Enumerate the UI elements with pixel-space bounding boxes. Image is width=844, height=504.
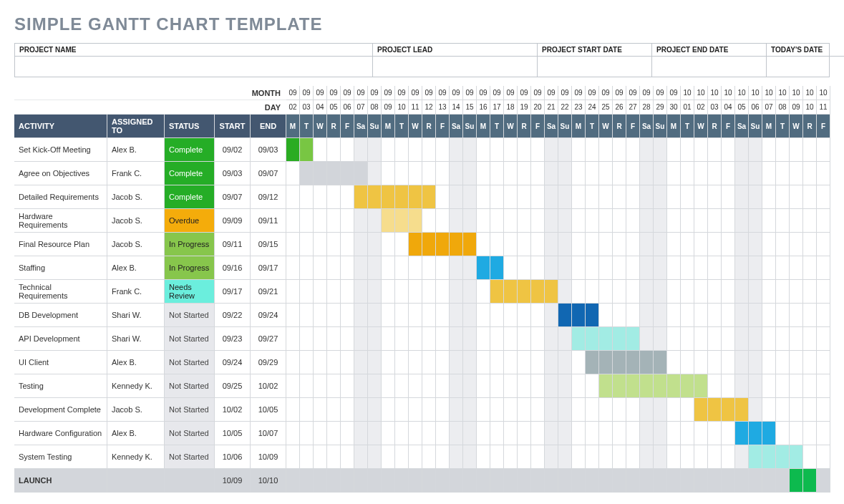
gantt-cell	[572, 138, 586, 162]
dow-header-cell: R	[518, 115, 531, 138]
gantt-cell	[463, 304, 477, 327]
gantt-cell	[450, 233, 463, 256]
dow-header-cell: Sa	[450, 115, 463, 138]
gantt-cell	[490, 162, 504, 185]
gantt-cell	[436, 162, 450, 185]
day-header-cell: 12	[422, 100, 436, 115]
gantt-cell	[681, 209, 694, 233]
project-field-value[interactable]	[373, 57, 538, 77]
gantt-cell	[762, 469, 776, 493]
dow-header-cell: F	[531, 115, 545, 138]
gantt-cell	[477, 304, 490, 327]
gantt-cell	[490, 209, 504, 233]
task-status-cell: Not Started	[165, 445, 215, 469]
gantt-cell	[286, 422, 300, 445]
project-field-value[interactable]	[538, 57, 652, 77]
gantt-cell	[722, 233, 735, 256]
gantt-cell	[368, 422, 382, 445]
gantt-cell	[531, 138, 545, 162]
gantt-cell	[572, 327, 586, 351]
gantt-cell	[817, 422, 830, 445]
task-assigned-cell: Kennedy K.	[107, 374, 165, 398]
gantt-cell	[708, 398, 722, 422]
gantt-cell	[572, 469, 586, 493]
task-assigned-cell: Frank C.	[107, 280, 165, 304]
gantt-cell	[395, 351, 409, 374]
gantt-cell	[654, 304, 667, 327]
gantt-cell	[694, 256, 708, 280]
gantt-cell	[749, 256, 762, 280]
day-header-cell: 18	[504, 100, 518, 115]
gantt-cell	[694, 304, 708, 327]
gantt-cell	[314, 398, 327, 422]
task-name-cell: Final Resource Plan	[14, 233, 107, 256]
day-header-cell: 23	[572, 100, 586, 115]
dow-header-cell: F	[436, 115, 450, 138]
gantt-cell	[531, 445, 545, 469]
gantt-cell	[477, 398, 490, 422]
project-field-value[interactable]	[767, 57, 844, 77]
task-name-cell: DB Development	[14, 304, 107, 327]
gantt-cell	[558, 469, 572, 493]
gantt-cell	[558, 138, 572, 162]
gantt-cell	[803, 445, 817, 469]
gantt-cell	[735, 351, 749, 374]
gantt-cell	[341, 209, 354, 233]
task-name-cell: Staffing	[14, 256, 107, 280]
gantt-cell	[586, 256, 599, 280]
gantt-cell	[490, 351, 504, 374]
gantt-cell	[790, 374, 803, 398]
gantt-cell	[490, 422, 504, 445]
task-name-cell: Hardware Configuration	[14, 422, 107, 445]
gantt-cell	[586, 209, 599, 233]
gantt-cell	[518, 209, 531, 233]
project-field-value[interactable]	[652, 57, 767, 77]
dow-header-cell: Sa	[640, 115, 654, 138]
gantt-cell	[708, 256, 722, 280]
gantt-cell	[409, 374, 422, 398]
day-header-cell: 07	[354, 100, 368, 115]
gantt-cell	[395, 162, 409, 185]
gantt-cell	[654, 256, 667, 280]
task-end-cell: 09/03	[251, 138, 286, 162]
gantt-cell	[681, 162, 694, 185]
gantt-cell	[504, 233, 518, 256]
gantt-cell	[681, 280, 694, 304]
gantt-cell	[518, 422, 531, 445]
gantt-cell	[531, 304, 545, 327]
task-end-cell: 10/09	[251, 445, 286, 469]
gantt-cell	[422, 138, 436, 162]
gantt-cell	[694, 138, 708, 162]
gantt-cell	[354, 327, 368, 351]
gantt-cell	[722, 351, 735, 374]
gantt-cell	[749, 138, 762, 162]
gantt-cell	[803, 162, 817, 185]
gantt-cell	[354, 209, 368, 233]
gantt-cell	[341, 162, 354, 185]
gantt-cell	[422, 233, 436, 256]
gantt-cell	[395, 209, 409, 233]
task-status-cell: Not Started	[165, 374, 215, 398]
task-name-cell: Testing	[14, 374, 107, 398]
gantt-cell	[640, 351, 654, 374]
gantt-cell	[572, 398, 586, 422]
project-field-value[interactable]	[15, 57, 373, 77]
gantt-cell	[572, 445, 586, 469]
gantt-cell	[776, 422, 790, 445]
month-header-cell: 09	[436, 86, 450, 100]
project-field-label: PROJECT LEAD	[373, 44, 538, 57]
gantt-cell	[599, 445, 613, 469]
dow-header-cell: R	[708, 115, 722, 138]
month-header-cell: 10	[817, 86, 830, 100]
gantt-cell	[599, 185, 613, 209]
task-start-cell: 09/02	[215, 138, 251, 162]
task-start-cell: 10/06	[215, 445, 251, 469]
task-assigned-cell: Shari W.	[107, 304, 165, 327]
month-header-cell: 09	[572, 86, 586, 100]
gantt-cell	[490, 374, 504, 398]
gantt-cell	[314, 280, 327, 304]
gantt-cell	[613, 209, 626, 233]
gantt-cell	[382, 138, 395, 162]
gantt-cell	[749, 422, 762, 445]
gantt-cell	[368, 374, 382, 398]
